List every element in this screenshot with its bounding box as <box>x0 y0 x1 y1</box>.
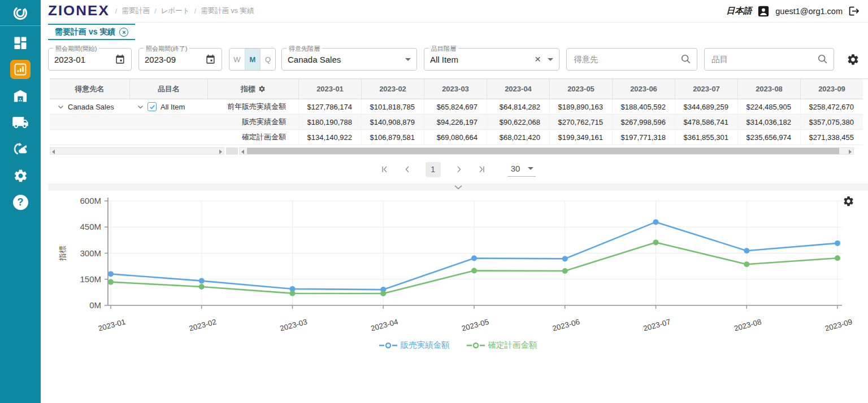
month-column-header[interactable]: 2023-01 <box>298 79 361 99</box>
item-search-input[interactable] <box>704 48 834 71</box>
period-end-field[interactable]: 照会期間(終了) 2023-09 <box>138 48 222 71</box>
sidebar-item-settings[interactable] <box>10 166 31 185</box>
page-size-select[interactable]: 30 <box>507 163 536 177</box>
fixed-columns-scrollbar[interactable] <box>50 147 224 155</box>
value-cell: $69,080,664 <box>424 130 487 145</box>
period-start-field[interactable]: 照会期間(開始) 2023-01 <box>48 48 132 71</box>
expand-chevron-icon[interactable] <box>137 104 144 110</box>
sidebar-item-sync[interactable] <box>10 139 31 159</box>
value-cell: $106,879,581 <box>361 130 424 145</box>
legend-label: 販売実績金額 <box>401 340 450 351</box>
sidebar-item-shipping[interactable] <box>10 113 31 132</box>
zionex-logo-text[interactable]: ZIONEX <box>48 3 110 19</box>
chevron-down-icon[interactable] <box>548 58 553 61</box>
svg-text:指標: 指標 <box>58 246 67 261</box>
gear-icon <box>843 195 854 207</box>
help-icon: ? <box>13 195 28 210</box>
item-cell[interactable]: All Item <box>129 99 207 115</box>
legend-item[interactable]: 販売実績金額 <box>379 340 450 351</box>
month-column-header[interactable]: 2023-04 <box>487 79 549 99</box>
value-cell: $188,405,592 <box>612 99 675 115</box>
customer-search <box>566 48 697 71</box>
chart-collapse-toggle[interactable] <box>48 183 868 191</box>
month-column-header[interactable]: 2023-09 <box>800 79 863 99</box>
svg-text:2023-09: 2023-09 <box>824 317 853 331</box>
customer-hierarchy-value: Canada Sales <box>288 55 405 64</box>
logout-icon[interactable] <box>848 5 860 17</box>
sidebar-item-reports[interactable] <box>10 60 31 79</box>
last-page-button[interactable] <box>477 165 486 174</box>
expand-chevron-icon[interactable] <box>58 104 64 110</box>
clear-icon[interactable]: × <box>535 53 541 65</box>
period-end-label: 照会期間(終了) <box>144 45 189 53</box>
value-cell: $68,021,420 <box>487 130 549 145</box>
month-column-header[interactable]: 2023-03 <box>424 79 487 99</box>
first-page-button[interactable] <box>380 165 389 174</box>
svg-text:2023-02: 2023-02 <box>188 317 218 331</box>
metric-column-header[interactable]: 指標 <box>207 79 298 99</box>
customer-hierarchy-select[interactable]: 得意先階層 Canada Sales <box>281 48 417 71</box>
warehouse-icon <box>12 88 28 104</box>
search-icon[interactable] <box>680 53 692 65</box>
svg-text:2023-07: 2023-07 <box>643 317 672 331</box>
sidebar-item-dashboard[interactable] <box>10 33 31 52</box>
scrollbar-gap <box>226 147 238 155</box>
main-area: ZIONEX / 需要計画 / レポート / 需要計画 vs 実績 日本語 gu… <box>41 0 868 403</box>
customer-cell[interactable]: Canada Sales <box>50 99 129 115</box>
granularity-week[interactable]: W <box>229 49 245 70</box>
granularity-month[interactable]: M <box>245 49 260 70</box>
svg-text:150M: 150M <box>80 274 101 284</box>
breadcrumb-item-demand-plan[interactable]: 需要計画 <box>121 6 150 16</box>
next-page-button[interactable] <box>454 165 463 174</box>
customer-cell <box>50 130 129 145</box>
value-cell: $267,998,596 <box>612 115 675 130</box>
app-logo-mark[interactable] <box>0 0 41 26</box>
value-cell: $65,824,697 <box>424 99 487 115</box>
scrollbar-thumb[interactable] <box>247 148 839 154</box>
scroll-right-icon[interactable] <box>219 150 222 154</box>
customer-name-column-header[interactable]: 得意先名 <box>50 79 129 99</box>
item-cell <box>129 115 207 130</box>
tab-demand-vs-actual[interactable]: 需要計画 vs 実績 × <box>48 24 135 40</box>
calendar-icon[interactable] <box>115 54 125 65</box>
item-hierarchy-select[interactable]: 品目階層 All Item × <box>424 48 559 71</box>
sidebar-item-warehouse[interactable] <box>10 86 31 106</box>
chevron-down-icon[interactable] <box>405 58 411 61</box>
month-column-header[interactable]: 2023-02 <box>361 79 424 99</box>
month-column-header[interactable]: 2023-06 <box>612 79 675 99</box>
breadcrumb-item-report[interactable]: レポート <box>161 6 190 16</box>
metric-settings-icon[interactable] <box>258 85 266 93</box>
month-column-header[interactable]: 2023-05 <box>549 79 612 99</box>
language-switcher[interactable]: 日本語 <box>726 6 752 16</box>
filter-settings-button[interactable] <box>847 53 860 66</box>
calendar-icon[interactable] <box>205 54 216 65</box>
month-column-header[interactable]: 2023-08 <box>737 79 800 99</box>
chart-legend: 販売実績金額 確定計画金額 <box>48 340 868 351</box>
item-checkbox[interactable] <box>147 102 157 111</box>
period-start-value: 2023-01 <box>54 55 115 64</box>
customer-search-input[interactable] <box>566 48 697 71</box>
legend-marker-icon <box>467 342 485 349</box>
item-name-column-header[interactable]: 品目名 <box>129 79 207 99</box>
scroll-left-icon[interactable] <box>52 150 55 154</box>
truck-icon <box>12 114 29 131</box>
scroll-right-icon[interactable] <box>849 150 852 154</box>
scroll-left-icon[interactable] <box>241 150 244 154</box>
granularity-quarter[interactable]: Q <box>260 49 275 70</box>
tab-close-icon[interactable]: × <box>119 28 128 37</box>
value-cell: $134,140,922 <box>298 130 361 145</box>
legend-item[interactable]: 確定計画金額 <box>467 340 537 351</box>
value-cell: $361,855,301 <box>675 130 737 145</box>
data-columns-scrollbar[interactable] <box>239 147 854 155</box>
search-icon[interactable] <box>817 53 828 65</box>
sidebar-item-help[interactable]: ? <box>10 192 31 212</box>
value-cell: $199,349,161 <box>549 130 612 145</box>
svg-text:2023-04: 2023-04 <box>370 317 399 331</box>
month-column-header[interactable]: 2023-07 <box>675 79 737 99</box>
item-search <box>704 48 834 71</box>
chart-settings-button[interactable] <box>843 195 854 209</box>
pivot-table: 得意先名品目名指標2023-012023-022023-032023-04202… <box>50 78 868 145</box>
current-page[interactable]: 1 <box>426 162 441 177</box>
svg-text:450M: 450M <box>80 222 101 231</box>
prev-page-button[interactable] <box>403 165 412 174</box>
